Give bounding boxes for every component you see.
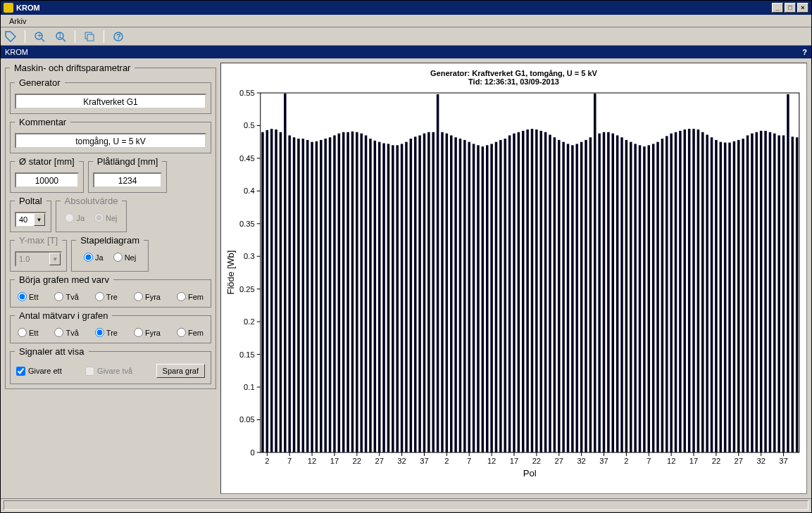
menubar: Arkiv	[1, 15, 811, 27]
svg-rect-10	[261, 93, 799, 452]
svg-rect-62	[382, 144, 385, 452]
svg-rect-134	[706, 134, 708, 452]
svg-rect-116	[625, 140, 628, 452]
stapeldiagram-legend: Stapeldiagram	[76, 235, 144, 246]
svg-rect-47	[316, 141, 318, 452]
titlebar: KROM _ □ ×	[1, 1, 811, 15]
svg-text:32: 32	[577, 457, 585, 465]
poltal-dropdown[interactable]: 40 ▼	[15, 212, 46, 227]
svg-rect-77	[450, 135, 453, 452]
tool-windows-icon[interactable]	[82, 30, 96, 44]
svg-rect-80	[463, 140, 466, 452]
stator-input[interactable]: 10000	[15, 172, 79, 188]
svg-text:2: 2	[444, 457, 449, 465]
svg-text:12: 12	[487, 457, 496, 465]
svg-text:12: 12	[667, 457, 675, 465]
svg-rect-114	[616, 135, 619, 452]
maximize-button[interactable]: □	[785, 3, 796, 13]
absolutvarde-nej-radio: Nej	[94, 213, 118, 222]
generator-input[interactable]: Kraftverket G1	[15, 94, 206, 109]
kommentar-input[interactable]: tomgång, U = 5 kV	[15, 133, 206, 148]
svg-rect-146	[760, 131, 763, 452]
svg-text:22: 22	[353, 457, 361, 465]
svg-text:2: 2	[624, 457, 628, 465]
borja-fem-radio[interactable]: Fem	[177, 292, 204, 301]
svg-rect-60	[374, 141, 377, 452]
ymax-value: 1.0	[16, 255, 49, 263]
svg-rect-121	[648, 145, 651, 452]
svg-rect-59	[369, 139, 372, 452]
svg-rect-39	[280, 132, 282, 452]
antal-tre-radio[interactable]: Tre	[95, 328, 118, 337]
svg-rect-78	[454, 137, 457, 452]
svg-rect-107	[585, 140, 587, 452]
platlangd-group: Plåtlängd [mm] 1234	[88, 156, 168, 193]
svg-rect-83	[477, 145, 480, 452]
stapeldiagram-nej-radio[interactable]: Nej	[113, 253, 137, 262]
svg-text:0.4: 0.4	[244, 186, 254, 195]
svg-text:0: 0	[250, 448, 254, 457]
svg-rect-126	[670, 134, 673, 452]
close-button[interactable]: ×	[797, 3, 808, 13]
svg-rect-132	[697, 129, 700, 452]
svg-rect-112	[607, 132, 610, 452]
antal-tva-radio[interactable]: Två	[54, 328, 78, 337]
tool-zoom-reset-icon[interactable]: 1	[54, 30, 68, 44]
svg-rect-137	[720, 142, 723, 452]
givare-ett-checkbox[interactable]: Givare ett	[16, 367, 62, 376]
tool-zoom-in-icon[interactable]: +	[32, 30, 46, 44]
svg-rect-50	[329, 137, 332, 452]
svg-rect-147	[764, 131, 767, 452]
menu-arkiv[interactable]: Arkiv	[5, 17, 30, 25]
spara-graf-button[interactable]: Spara graf	[156, 364, 205, 378]
borja-tre-radio[interactable]: Tre	[95, 292, 118, 301]
borja-legend: Börja grafen med varv	[15, 274, 113, 285]
svg-rect-72	[427, 132, 430, 452]
platlangd-input[interactable]: 1234	[93, 172, 163, 188]
svg-rect-133	[701, 132, 704, 452]
svg-rect-143	[747, 135, 749, 452]
svg-rect-119	[639, 145, 642, 452]
borja-tva-radio[interactable]: Två	[54, 292, 78, 301]
svg-text:17: 17	[330, 457, 339, 465]
antal-ett-radio[interactable]: Ett	[18, 328, 38, 337]
svg-rect-98	[544, 132, 547, 452]
svg-rect-149	[773, 134, 776, 452]
chart-ylabel: Flöde [Wb]	[225, 251, 236, 295]
tool-help-icon[interactable]: ?	[111, 30, 125, 44]
svg-rect-48	[320, 140, 323, 452]
borja-ett-radio[interactable]: Ett	[18, 292, 38, 301]
svg-rect-117	[630, 142, 632, 452]
minimize-button[interactable]: _	[772, 3, 783, 13]
svg-rect-82	[473, 144, 475, 452]
tool-tag-icon[interactable]	[4, 30, 18, 44]
borja-fyra-radio[interactable]: Fyra	[134, 292, 161, 301]
svg-text:22: 22	[532, 457, 541, 465]
antal-fyra-radio[interactable]: Fyra	[134, 328, 161, 337]
svg-rect-85	[486, 145, 489, 452]
svg-rect-74	[437, 94, 439, 452]
svg-rect-49	[324, 139, 327, 452]
content-area: Maskin- och driftsparametrar Generator K…	[1, 58, 811, 498]
chevron-down-icon: ▼	[49, 253, 61, 265]
svg-rect-41	[288, 135, 291, 452]
svg-rect-45	[306, 140, 309, 452]
svg-rect-57	[360, 134, 363, 452]
svg-rect-43	[297, 139, 300, 452]
antal-fem-radio[interactable]: Fem	[177, 328, 204, 337]
givare-tva-checkbox: Givare två	[85, 367, 132, 376]
svg-rect-109	[594, 94, 596, 452]
svg-rect-58	[365, 135, 368, 452]
sub-titlebar: KROM ?	[1, 46, 811, 58]
svg-rect-52	[338, 134, 341, 452]
stapeldiagram-ja-radio[interactable]: Ja	[84, 253, 104, 262]
svg-text:0.3: 0.3	[244, 252, 254, 260]
svg-rect-141	[737, 140, 740, 452]
svg-text:0.2: 0.2	[244, 317, 254, 326]
svg-rect-104	[571, 145, 574, 452]
svg-rect-140	[733, 141, 736, 452]
svg-rect-118	[634, 144, 637, 452]
sub-help-icon[interactable]: ?	[802, 48, 807, 56]
signaler-group: Signaler att visa Givare ett Givare två …	[10, 346, 211, 384]
absolutvarde-group: Absolutvärde Ja Nej	[56, 196, 127, 232]
